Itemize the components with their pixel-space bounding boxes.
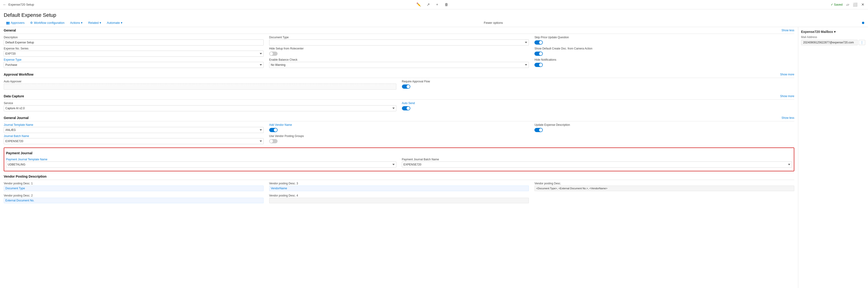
minimize-button[interactable]: ▱ — [845, 1, 850, 8]
service-field: Service Capture AI v2.0 — [4, 102, 396, 111]
share-icon-button[interactable]: ↗ — [426, 1, 431, 8]
vendor-desc4-label: Vendor posting Desc. 4 — [269, 194, 529, 197]
show-default-doc-toggle[interactable] — [534, 52, 543, 56]
edit-icon-button[interactable]: ✏️ — [415, 1, 422, 8]
vendor-desc2-label: Vendor posting Desc. 2 — [4, 194, 264, 197]
journal-batch-label[interactable]: Journal Batch Name — [4, 135, 264, 138]
vendor-posting-section-header: Vendor Posting Description — [4, 173, 794, 180]
sidebar-email-menu-button[interactable]: ⋮ — [859, 40, 865, 45]
description-input[interactable] — [4, 39, 264, 46]
related-button[interactable]: Related ▾ — [86, 20, 103, 25]
auto-send-toggle[interactable] — [402, 106, 410, 110]
show-default-doc-field: Show Default Create Doc. from Camera Act… — [534, 47, 794, 57]
use-vendor-posting-toggle-wrapper — [269, 138, 529, 144]
top-bar-center: ✏️ ↗ ＋ 🗑 — [415, 1, 449, 8]
top-bar-left: ← Expense720 Setup — [3, 3, 34, 7]
add-icon-button[interactable]: ＋ — [434, 1, 440, 8]
sidebar-title-text: Expense720 Mailbox — [801, 30, 833, 34]
general-form-grid: Description Expense No. Series EXP720 Ex… — [4, 36, 794, 69]
vendor-desc1-field: Vendor posting Desc. 1 Document Type — [4, 182, 264, 191]
update-expense-toggle[interactable] — [534, 128, 543, 132]
skip-price-field: Skip Price Update Question — [534, 36, 794, 46]
expense-no-series-select[interactable]: EXP720 — [4, 51, 264, 57]
back-button[interactable]: ← — [3, 3, 6, 7]
data-capture-form-grid: Service Capture AI v2.0 Auto Send — [4, 102, 794, 113]
require-approval-toggle[interactable] — [402, 85, 410, 89]
enable-balance-label: Enable Balance Check — [269, 58, 529, 61]
general-section-title: General — [4, 28, 16, 32]
workflow-label: Workflow configuration — [34, 21, 64, 25]
vendor-desc-main-field: Vendor posting Desc. <Document Type>, <E… — [534, 182, 794, 191]
data-capture-section-header: Data Capture Show more — [4, 93, 794, 100]
vendor-desc3-value: VendorName — [269, 185, 529, 191]
delete-icon-button[interactable]: 🗑 — [444, 2, 449, 8]
service-label: Service — [4, 102, 396, 105]
vendor-desc-main-label: Vendor posting Desc. — [534, 182, 794, 185]
document-type-label: Document Type — [269, 36, 529, 39]
workflow-tab[interactable]: ⚙ Workflow configuration — [28, 20, 67, 25]
general-journal-section-title: General Journal — [4, 116, 29, 120]
general-show-less-button[interactable]: Show less — [781, 29, 794, 32]
skip-price-toggle[interactable] — [534, 40, 543, 45]
expense-type-label[interactable]: Expense Type — [4, 58, 264, 61]
update-expense-label: Update Expense Description — [534, 123, 794, 126]
maximize-button[interactable]: ⬜ — [852, 1, 859, 8]
auto-send-field: Auto Send — [402, 102, 795, 111]
service-select[interactable]: Capture AI v2.0 — [4, 105, 396, 111]
sidebar-email-value: 20240909125622877@expense720.com — [801, 40, 858, 45]
automate-button[interactable]: Automate ▾ — [104, 20, 125, 25]
actions-button[interactable]: Actions ▾ — [68, 20, 85, 25]
auto-approver-input[interactable] — [4, 84, 396, 90]
payment-template-select[interactable]: UDBETALING — [6, 162, 396, 168]
close-button[interactable]: ✕ — [860, 1, 865, 8]
sidebar-chevron-icon: ▾ — [834, 30, 836, 34]
use-vendor-posting-toggle[interactable] — [269, 139, 278, 143]
expense-type-select[interactable]: Purchase — [4, 62, 264, 68]
document-type-select[interactable] — [269, 39, 529, 46]
window-controls: ▱ ⬜ ✕ — [845, 1, 865, 8]
general-section: General Show less Description Expense No… — [4, 27, 794, 69]
payment-journal-section-title: Payment Journal — [6, 151, 32, 155]
vendor-desc3-label: Vendor posting Desc. 3 — [269, 182, 529, 185]
actions-chevron-icon: ▾ — [81, 21, 83, 25]
use-vendor-posting-label: Use Vendor Posting Groups — [269, 135, 529, 138]
general-journal-col2: Add Vendor Name Use Vendor Posting Group… — [269, 123, 529, 146]
auto-approver-label: Auto Approver — [4, 80, 396, 83]
add-vendor-toggle[interactable] — [269, 128, 278, 132]
hide-setup-field: Hide Setup from Rolecenter — [269, 47, 529, 57]
approval-workflow-section: Approval Workflow Show more Auto Approve… — [4, 71, 794, 91]
journal-batch-select[interactable]: EXPENSE720 — [4, 138, 264, 144]
auto-send-label[interactable]: Auto Send — [402, 102, 795, 105]
main-layout: General Show less Description Expense No… — [0, 27, 868, 288]
general-journal-show-less-button[interactable]: Show less — [781, 116, 794, 119]
vendor-desc-main-value: <Document Type>, <External Document No.>… — [534, 185, 794, 191]
vendor-desc4-field: Vendor posting Desc. 4 — [269, 194, 529, 203]
general-journal-section-header: General Journal Show less — [4, 115, 794, 121]
hide-setup-toggle[interactable] — [269, 52, 278, 56]
require-approval-label: Require Approval Flow — [402, 80, 795, 83]
add-vendor-label[interactable]: Add Vendor Name — [269, 123, 529, 126]
skip-price-toggle-wrapper — [534, 39, 794, 46]
approval-section-header: Approval Workflow Show more — [4, 71, 794, 78]
expense-type-field: Expense Type Purchase — [4, 58, 264, 68]
automate-label: Automate — [107, 21, 120, 25]
vendor-desc1-value: Document Type — [4, 185, 264, 191]
hide-notifications-toggle[interactable] — [534, 63, 543, 67]
payment-batch-field: Payment Journal Batch Name EXPENSE720 — [402, 158, 792, 168]
enable-balance-field: Enable Balance Check No Warning — [269, 58, 529, 68]
fewer-options-button[interactable]: Fewer options — [482, 20, 505, 25]
journal-template-label[interactable]: Journal Template Name — [4, 123, 264, 126]
approvers-tab[interactable]: 👥 Approvers — [4, 20, 27, 25]
approval-show-more-button[interactable]: Show more — [780, 73, 794, 76]
page-title-bar: Default Expense Setup — [0, 9, 868, 19]
payment-template-label[interactable]: Payment Journal Template Name — [6, 158, 396, 161]
enable-balance-select[interactable]: No Warning — [269, 62, 529, 68]
vendor-posting-section-title: Vendor Posting Description — [4, 175, 46, 178]
general-journal-col3: Update Expense Description — [534, 123, 794, 146]
general-journal-col1: Journal Template Name ANLÆG Journal Batc… — [4, 123, 264, 146]
vendor-posting-grid: Vendor posting Desc. 1 Document Type Ven… — [4, 182, 794, 205]
payment-batch-select[interactable]: EXPENSE720 — [402, 162, 792, 168]
data-capture-section: Data Capture Show more Service Capture A… — [4, 93, 794, 113]
data-capture-show-more-button[interactable]: Show more — [780, 94, 794, 98]
journal-template-select[interactable]: ANLÆG — [4, 127, 264, 133]
